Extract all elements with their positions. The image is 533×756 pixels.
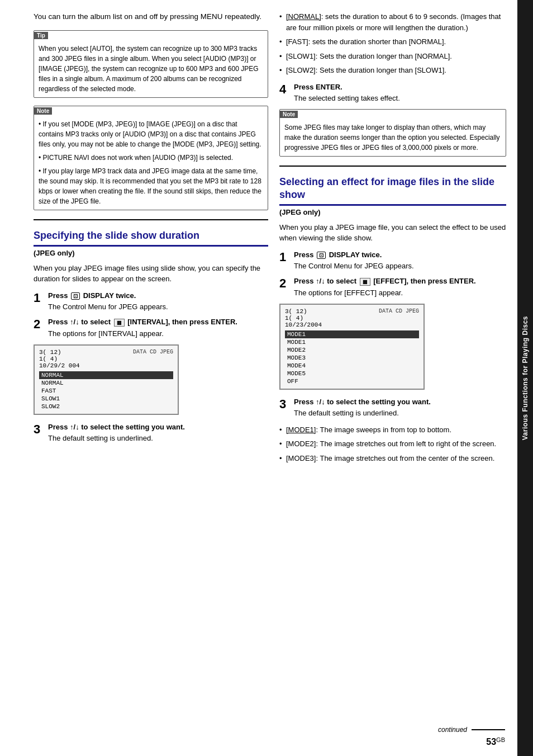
note-label-2: Note xyxy=(280,111,298,118)
sec2-step3-number: 3 xyxy=(279,398,292,411)
tip-content: When you select [AUTO], the system can r… xyxy=(34,41,268,97)
step4-title: Press ENTER. xyxy=(294,83,506,91)
step3-number: 3 xyxy=(34,423,46,436)
note-box-2: Note Some JPEG files may take longer to … xyxy=(279,109,506,157)
step2-content: Press ↑/↓ to select ▦ [INTERVAL], then p… xyxy=(48,318,268,339)
dvd-screen-info-2: 3( 12) 1( 4) 10/23/2004 xyxy=(285,308,322,328)
dvd2-line1: 3( 12) xyxy=(285,308,322,315)
dvd2-menu-mode3: MODE3 xyxy=(285,354,419,362)
display-icon-2: ⊡ xyxy=(317,252,326,259)
sec2-step2-content: Press ↑/↓ to select ▩ [EFFECT], then pre… xyxy=(294,277,506,298)
section1-subtitle: (JPEG only) xyxy=(34,249,268,257)
step1-content: Press ⊡ DISPLAY twice. The Control Menu … xyxy=(48,291,268,313)
dvd-screen-2: 3( 12) 1( 4) 10/23/2004 DATA CD JPEG MOD… xyxy=(279,304,425,390)
note-label-1: Note xyxy=(34,107,52,115)
main-content: You can turn the album list on and off b… xyxy=(0,0,517,756)
sec2-step3-content: Press ↑/↓ to select the setting you want… xyxy=(294,398,506,419)
step4-content: Press ENTER. The selected setting takes … xyxy=(294,83,506,104)
step3-title: Press ↑/↓ to select the setting you want… xyxy=(48,423,268,431)
dvd-menu-item-slow1: SLOW1 xyxy=(39,395,173,403)
dvd-line2: 1( 4) xyxy=(39,356,80,362)
step2-number: 2 xyxy=(34,318,46,331)
step-4: 4 Press ENTER. The selected setting take… xyxy=(279,83,506,104)
interval-options-list: [NORMAL]: sets the duration to about 6 t… xyxy=(279,11,506,76)
effect-mode3: [MODE3]: The image stretches out from th… xyxy=(279,453,506,464)
step-1: 1 Press ⊡ DISPLAY twice. The Control Men… xyxy=(34,291,268,313)
step4-number: 4 xyxy=(279,83,292,96)
divider-1 xyxy=(34,219,268,220)
dvd-menu-item-fast: FAST xyxy=(39,387,173,395)
dvd2-menu-mode5: MODE5 xyxy=(285,370,419,377)
sec2-step1-content: Press ⊡ DISPLAY twice. The Control Menu … xyxy=(294,251,506,272)
dvd-screen-top-2: 3( 12) 1( 4) 10/23/2004 DATA CD JPEG xyxy=(285,308,419,328)
sec2-step1-desc: The Control Menu for JPEG appears. xyxy=(294,261,506,272)
note1-item-3: • If you play large MP3 track data and J… xyxy=(39,166,263,206)
divider-2 xyxy=(279,166,506,167)
dvd-screen-top-1: 3( 12) 1( 4) 10/29/2 004 DATA CD JPEG xyxy=(39,349,173,369)
note-box-1: Note • If you set [MODE (MP3, JPEG)] to … xyxy=(34,106,268,210)
dvd-menu-2: MODE1 MODE1 MODE2 MODE3 MODE4 MODE5 OFF xyxy=(285,330,419,385)
sidebar-tab-text: Various Functions for Playing Discs xyxy=(521,316,529,440)
effect-options-list: [MODE1]: The image sweeps in from top to… xyxy=(279,424,506,464)
interval-icon: ▦ xyxy=(114,319,125,327)
dvd-screen-label-2: DATA CD JPEG xyxy=(379,308,419,328)
section2-intro: When you play a JPEG image file, you can… xyxy=(279,222,506,244)
interval-option-slow1: [SLOW1]: Sets the duration longer than [… xyxy=(279,51,506,62)
dvd2-line2: 1( 4) xyxy=(285,315,322,322)
dvd-label-text-1: DATA CD JPEG xyxy=(133,349,173,355)
step2-desc: The options for [INTERVAL] appear. xyxy=(48,328,268,339)
sec2-step3-desc: The default setting is underlined. xyxy=(294,408,506,419)
sec2-step2-number: 2 xyxy=(279,277,292,290)
dvd-menu-1: NORMAL NORMAL FAST SLOW1 SLOW2 xyxy=(39,371,173,410)
display-icon-1: ⊡ xyxy=(71,292,80,300)
sec2-step1-title: Press ⊡ DISPLAY twice. xyxy=(294,251,506,259)
sec2-step2-title: Press ↑/↓ to select ▩ [EFFECT], then pre… xyxy=(294,277,506,286)
sec2-step-3: 3 Press ↑/↓ to select the setting you wa… xyxy=(279,398,506,419)
dvd-line1: 3( 12) xyxy=(39,349,80,356)
note2-text: Some JPEG files may take longer to displ… xyxy=(284,122,501,153)
dvd-menu-item-slow2: SLOW2 xyxy=(39,403,173,410)
step-2: 2 Press ↑/↓ to select ▦ [INTERVAL], then… xyxy=(34,318,268,339)
interval-option-normal: [NORMAL]: sets the duration to about 6 t… xyxy=(279,11,506,33)
section1-intro: When you play JPEG image files using sli… xyxy=(34,263,268,285)
dvd-screen-info-1: 3( 12) 1( 4) 10/29/2 004 xyxy=(39,349,80,369)
section2-title: Selecting an effect for image files in t… xyxy=(279,176,506,206)
page-suffix: GB xyxy=(496,736,505,743)
note-content-1: • If you set [MODE (MP3, JPEG)] to [IMAG… xyxy=(34,117,268,210)
effect-mode1: [MODE1]: The image sweeps in from top to… xyxy=(279,424,506,436)
dvd-menu-highlight-1: NORMAL xyxy=(39,371,173,379)
step3-content: Press ↑/↓ to select the setting you want… xyxy=(48,423,268,444)
effect-mode2: [MODE2]: The image stretches out from le… xyxy=(279,438,506,450)
effect-icon: ▩ xyxy=(360,278,370,286)
dvd2-menu-off: OFF xyxy=(285,377,419,385)
dvd2-menu-highlight: MODE1 xyxy=(285,330,419,338)
left-column: You can turn the album list on and off b… xyxy=(34,11,268,745)
dvd2-line3: 10/23/2004 xyxy=(285,322,322,328)
dvd-screen-label-1: DATA CD JPEG xyxy=(133,349,173,369)
note1-item-2: • PICTURE NAVI does not work when [AUDIO… xyxy=(39,153,263,163)
step3-desc: The default setting is underlined. xyxy=(48,433,268,444)
dvd2-menu-mode2: MODE2 xyxy=(285,346,419,354)
dvd2-menu-mode4: MODE4 xyxy=(285,362,419,370)
sidebar-tab: Various Functions for Playing Discs xyxy=(517,0,533,756)
intro-text: You can turn the album list on and off b… xyxy=(34,11,268,22)
dvd-line3: 10/29/2 004 xyxy=(39,362,80,369)
right-column: [NORMAL]: sets the duration to about 6 t… xyxy=(279,11,506,745)
interval-option-fast: [FAST]: sets the duration shorter than [… xyxy=(279,36,506,48)
sec2-step-2: 2 Press ↑/↓ to select ▩ [EFFECT], then p… xyxy=(279,277,506,298)
sec2-step2-desc: The options for [EFFECT] appear. xyxy=(294,287,506,299)
step2-title: Press ↑/↓ to select ▦ [INTERVAL], then p… xyxy=(48,318,268,327)
step-3: 3 Press ↑/↓ to select the setting you wa… xyxy=(34,423,268,444)
continued-label: continued xyxy=(438,726,467,734)
note1-item-1: • If you set [MODE (MP3, JPEG)] to [IMAG… xyxy=(39,119,263,149)
dvd-label-text-2: DATA CD JPEG xyxy=(379,308,419,314)
section1-title: Specifying the slide show duration xyxy=(34,229,268,246)
page-number: 53 xyxy=(486,737,496,746)
tip-text: When you select [AUTO], the system can r… xyxy=(39,45,259,93)
section2-subtitle: (JPEG only) xyxy=(279,208,506,216)
sec2-step-1: 1 Press ⊡ DISPLAY twice. The Control Men… xyxy=(279,251,506,272)
dvd-screen-1: 3( 12) 1( 4) 10/29/2 004 DATA CD JPEG NO… xyxy=(34,344,179,415)
step1-desc: The Control Menu for JPEG appears. xyxy=(48,301,268,313)
note-content-2: Some JPEG files may take longer to displ… xyxy=(280,120,506,156)
step1-title: Press ⊡ DISPLAY twice. xyxy=(48,291,268,300)
